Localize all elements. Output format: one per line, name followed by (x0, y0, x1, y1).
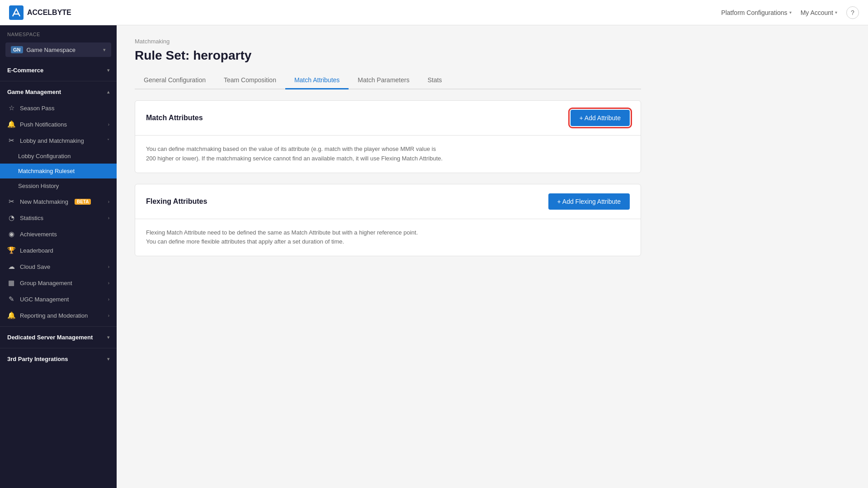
flexing-attributes-title: Flexing Attributes (146, 197, 207, 206)
sidebar-item-label-matchmaking-ruleset: Matchmaking Ruleset (18, 168, 75, 174)
accelbyte-logo-icon (9, 5, 24, 20)
statistics-chevron: › (108, 216, 109, 221)
sidebar-item-lobby-matchmaking[interactable]: ✂ Lobby and Matchmaking ˅ (0, 132, 117, 149)
tab-general-config[interactable]: General Configuration (135, 72, 215, 89)
dedicated-server-section[interactable]: Dedicated Server Management ▾ (0, 329, 117, 345)
leaderboard-icon: 🏆 (7, 246, 15, 254)
match-attributes-description: You can define matchmaking based on the … (146, 145, 630, 164)
sidebar-item-lobby-config[interactable]: Lobby Configuration (0, 149, 117, 164)
sidebar-item-label-cloud-save: Cloud Save (20, 263, 50, 270)
divider-2 (0, 326, 117, 327)
flexing-attributes-desc-line1: Flexing Match Attribute need to be defin… (146, 229, 418, 236)
sidebar-item-label-ugc-management: UGC Management (20, 296, 69, 303)
flexing-attributes-desc-line2: You can define more flexible attributes … (146, 238, 344, 245)
sidebar-item-matchmaking-ruleset[interactable]: Matchmaking Ruleset (0, 164, 117, 178)
sidebar-item-label-leaderboard: Leaderboard (20, 247, 53, 254)
match-attributes-desc-line1: You can define matchmaking based on the … (146, 145, 436, 152)
sidebar-item-label-lobby-matchmaking: Lobby and Matchmaking (20, 137, 84, 144)
reporting-moderation-icon: 🔔 (7, 311, 15, 319)
help-icon-text: ? (851, 9, 854, 16)
my-account-label: My Account (801, 9, 833, 16)
tab-match-attributes[interactable]: Match Attributes (285, 72, 349, 89)
sidebar-item-reporting-moderation[interactable]: 🔔 Reporting and Moderation › (0, 307, 117, 324)
namespace-badge: GN (11, 46, 23, 53)
main-inner: Matchmaking Rule Set: heroparty General … (117, 25, 659, 269)
tab-team-composition[interactable]: Team Composition (215, 72, 285, 89)
sidebar-item-label-new-matchmaking: New Matchmaking (20, 198, 68, 205)
match-attributes-body: You can define matchmaking based on the … (135, 136, 641, 173)
cloud-save-chevron: › (108, 264, 109, 269)
sidebar-item-statistics[interactable]: ◔ Statistics › (0, 210, 117, 226)
namespace-chevron: ▾ (103, 47, 106, 53)
ecommerce-section[interactable]: E-Commerce ▾ (0, 62, 117, 78)
tab-match-parameters[interactable]: Match Parameters (349, 72, 418, 89)
lobby-matchmaking-chevron: ˅ (107, 138, 109, 143)
sidebar-item-label-reporting-moderation: Reporting and Moderation (20, 312, 88, 319)
new-matchmaking-icon: ✂ (7, 197, 15, 206)
sidebar-item-leaderboard[interactable]: 🏆 Leaderboard (0, 242, 117, 258)
ugc-management-icon: ✎ (7, 295, 15, 303)
add-attribute-button[interactable]: + Add Attribute (571, 110, 630, 126)
sidebar-item-achievements[interactable]: ◉ Achievements (0, 226, 117, 242)
statistics-icon: ◔ (7, 214, 15, 222)
help-button[interactable]: ? (846, 6, 859, 19)
push-notifications-icon: 🔔 (7, 120, 15, 128)
sidebar-item-label-statistics: Statistics (20, 215, 43, 221)
new-matchmaking-beta-badge: BETA (75, 199, 91, 205)
tab-stats[interactable]: Stats (419, 72, 451, 89)
flexing-attributes-body: Flexing Match Attribute need to be defin… (135, 219, 641, 256)
third-party-section[interactable]: 3rd Party Integrations ▾ (0, 351, 117, 367)
ugc-management-chevron: › (108, 297, 109, 302)
push-notifications-chevron: › (108, 122, 109, 127)
game-management-label: Game Management (7, 89, 61, 95)
sidebar-item-label-push-notifications: Push Notifications (20, 121, 67, 128)
logo-text: ACCELBYTE (27, 9, 71, 17)
svg-rect-0 (9, 5, 24, 20)
game-management-chevron: ▴ (107, 89, 109, 94)
divider-3 (0, 348, 117, 348)
game-management-section[interactable]: Game Management ▴ (0, 84, 117, 100)
third-party-label: 3rd Party Integrations (7, 356, 68, 362)
ecommerce-chevron: ▾ (107, 68, 109, 73)
group-management-chevron: › (108, 281, 109, 286)
breadcrumb: Matchmaking (135, 38, 641, 45)
new-matchmaking-chevron: › (108, 199, 109, 204)
dedicated-server-label: Dedicated Server Management (7, 334, 93, 341)
sidebar-item-label-group-management: Group Management (20, 280, 72, 286)
sidebar-item-ugc-management[interactable]: ✎ UGC Management › (0, 291, 117, 307)
season-pass-icon: ☆ (7, 104, 15, 112)
platform-config-label: Platform Configurations (721, 9, 787, 16)
sidebar-item-label-achievements: Achievements (20, 231, 57, 238)
match-attributes-header: Match Attributes + Add Attribute (135, 101, 641, 136)
platform-config-chevron: ▾ (789, 10, 792, 15)
my-account-chevron: ▾ (835, 10, 837, 15)
sidebar-item-cloud-save[interactable]: ☁ Cloud Save › (0, 258, 117, 275)
match-attributes-card: Match Attributes + Add Attribute You can… (135, 100, 641, 173)
my-account-dropdown[interactable]: My Account ▾ (801, 9, 837, 16)
namespace-name: Game Namespace (27, 47, 100, 53)
namespace-selector[interactable]: GN Game Namespace ▾ (5, 42, 111, 57)
ecommerce-label: E-Commerce (7, 67, 43, 74)
flexing-attributes-description: Flexing Match Attribute need to be defin… (146, 228, 630, 247)
sidebar-item-season-pass[interactable]: ☆ Season Pass (0, 100, 117, 116)
topnav: ACCELBYTE Platform Configurations ▾ My A… (0, 0, 868, 25)
platform-config-dropdown[interactable]: Platform Configurations ▾ (721, 9, 791, 16)
sidebar-item-session-history[interactable]: Session History (0, 178, 117, 193)
sidebar-item-new-matchmaking[interactable]: ✂ New Matchmaking BETA › (0, 193, 117, 210)
page-title: Rule Set: heroparty (135, 48, 641, 63)
flexing-attributes-header: Flexing Attributes + Add Flexing Attribu… (135, 184, 641, 219)
namespace-label: NAMESPACE (0, 25, 117, 41)
dedicated-server-chevron: ▾ (107, 335, 109, 340)
sidebar-item-group-management[interactable]: ▦ Group Management › (0, 275, 117, 291)
flexing-attributes-card: Flexing Attributes + Add Flexing Attribu… (135, 184, 641, 257)
third-party-chevron: ▾ (107, 357, 109, 361)
divider-1 (0, 81, 117, 81)
logo: ACCELBYTE (9, 5, 71, 20)
add-flexing-attribute-button[interactable]: + Add Flexing Attribute (548, 193, 630, 210)
sidebar-item-push-notifications[interactable]: 🔔 Push Notifications › (0, 116, 117, 132)
match-attributes-desc-line2: 200 higher or lower). If the matchmaking… (146, 155, 443, 162)
main-content: Matchmaking Rule Set: heroparty General … (117, 25, 868, 488)
reporting-moderation-chevron: › (108, 313, 109, 318)
lobby-matchmaking-icon: ✂ (7, 136, 15, 145)
sidebar-item-label-season-pass: Season Pass (20, 105, 55, 112)
